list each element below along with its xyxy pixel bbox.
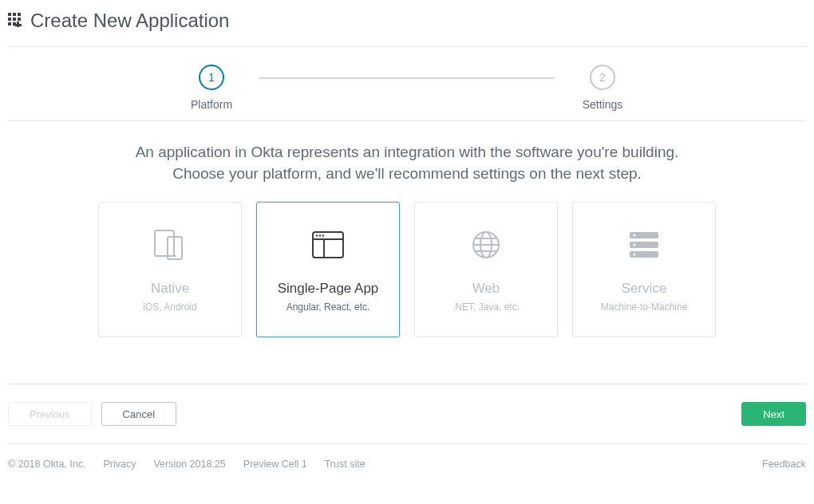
svg-point-17 [319,234,321,236]
next-button[interactable]: Next [741,402,806,426]
svg-point-18 [322,234,324,236]
step-label: Settings [583,98,623,111]
step-settings[interactable]: 2 Settings [555,65,650,111]
page-header: Create New Application [8,6,806,47]
card-subtitle: iOS, Android [143,301,196,313]
card-title: Native [151,281,189,297]
intro-line-1: An application in Okta represents an int… [24,142,790,163]
platform-options: Native iOS, Android Single-Page App Angu… [8,202,806,361]
platform-card-native[interactable]: Native iOS, Android [98,202,242,337]
app-grid-icon [8,13,22,30]
footer-trust-link[interactable]: Trust site [325,459,366,470]
platform-card-service[interactable]: Service Machine-to-Machine [572,202,716,337]
step-label: Platform [191,98,232,111]
card-title: Single-Page App [278,281,379,297]
intro-line-2: Choose your platform, and we'll recommen… [24,163,790,185]
wizard-stepper: 1 Platform 2 Settings [8,47,806,121]
step-number: 2 [590,65,615,90]
spa-icon [311,226,345,263]
svg-rect-4 [13,18,16,21]
native-icon [152,226,188,263]
step-platform[interactable]: 1 Platform [164,65,259,111]
card-title: Web [472,281,500,297]
svg-rect-0 [8,13,11,16]
page-footer: © 2018 Okta, Inc. Privacy Version 2018.2… [8,443,806,470]
card-subtitle: Machine-to-Machine [601,301,688,313]
svg-point-12 [174,255,176,258]
svg-point-29 [634,254,636,256]
page-title: Create New Application [30,10,229,32]
svg-rect-5 [18,18,21,21]
service-icon [626,226,662,263]
svg-rect-9 [14,24,22,26]
step-number: 1 [199,65,224,90]
svg-rect-10 [155,230,174,256]
platform-card-web[interactable]: Web .NET, Java, etc. [414,202,558,337]
web-icon [470,226,502,263]
platform-card-spa[interactable]: Single-Page App Angular, React, etc. [256,202,400,337]
card-title: Service [622,281,667,297]
previous-button: Previous [8,402,92,426]
svg-rect-2 [18,13,21,16]
svg-point-16 [316,234,318,236]
footer-version: Version 2018.25 [153,459,225,470]
card-subtitle: .NET, Java, etc. [452,301,520,313]
step-connector [259,77,555,79]
svg-point-27 [634,234,636,237]
card-subtitle: Angular, React, etc. [286,301,370,313]
svg-rect-3 [8,18,11,21]
svg-rect-6 [8,22,11,26]
footer-copyright: © 2018 Okta, Inc. [8,459,85,470]
footer-feedback-link[interactable]: Feedback [762,459,806,470]
button-bar: Previous Cancel Next [8,384,806,443]
cancel-button[interactable]: Cancel [101,402,176,426]
footer-privacy-link[interactable]: Privacy [103,459,136,470]
intro-text: An application in Okta represents an int… [8,121,806,202]
svg-point-28 [634,244,636,246]
footer-cell: Preview Cell 1 [243,459,307,470]
svg-rect-1 [13,13,16,16]
